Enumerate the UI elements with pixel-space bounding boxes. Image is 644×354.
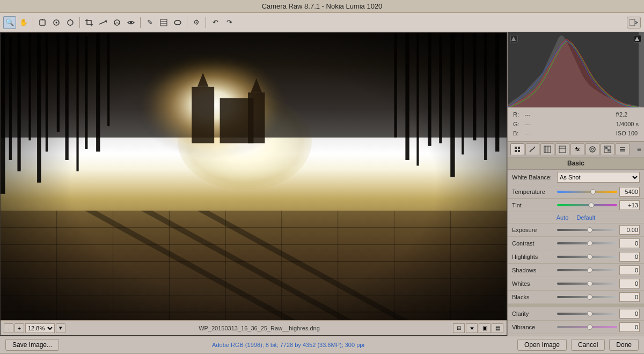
vibrance-slider-area[interactable] bbox=[557, 323, 617, 331]
exposure-thumb[interactable] bbox=[587, 227, 592, 233]
shadow-clipping-indicator[interactable] bbox=[510, 35, 518, 42]
highlights-thumb[interactable] bbox=[587, 254, 592, 259]
tab-tone-curve[interactable] bbox=[525, 143, 539, 155]
exposure-value[interactable] bbox=[619, 225, 640, 235]
blacks-row: Blacks bbox=[508, 291, 644, 304]
hand-tool[interactable]: ✋ bbox=[17, 16, 30, 29]
open-image-button[interactable]: Open Image bbox=[517, 339, 567, 351]
svg-point-3 bbox=[56, 21, 57, 23]
vibrance-thumb[interactable] bbox=[587, 324, 592, 330]
view-controls: ⊟ ★ ▣ ▤ bbox=[453, 323, 503, 333]
tint-slider-area[interactable] bbox=[557, 201, 617, 209]
tab-detail[interactable] bbox=[540, 143, 554, 155]
exposure-slider-area[interactable] bbox=[557, 226, 617, 234]
contrast-thumb[interactable] bbox=[587, 241, 592, 246]
shadows-value[interactable] bbox=[619, 265, 640, 275]
tab-camera-cal[interactable] bbox=[601, 143, 614, 155]
blacks-slider-area[interactable] bbox=[557, 293, 617, 301]
svg-rect-71 bbox=[518, 147, 520, 149]
blacks-thumb[interactable] bbox=[587, 294, 592, 300]
highlights-value[interactable] bbox=[619, 252, 640, 262]
save-image-button[interactable]: Save Image... bbox=[5, 339, 59, 351]
svg-rect-77 bbox=[559, 146, 566, 153]
temperature-value[interactable] bbox=[619, 187, 640, 197]
contrast-value[interactable] bbox=[619, 239, 640, 248]
svg-rect-73 bbox=[518, 150, 520, 152]
clarity-value[interactable] bbox=[619, 309, 640, 319]
temperature-slider-area[interactable] bbox=[557, 187, 617, 196]
highlight-clipping-indicator[interactable] bbox=[634, 35, 641, 42]
image-panel[interactable]: - + 12.8% ▾ WP_20150313_16_36_25_Raw__hi… bbox=[0, 32, 507, 336]
shadows-thumb[interactable] bbox=[587, 268, 592, 273]
graduated-filter-tool[interactable] bbox=[157, 16, 170, 29]
straighten-tool[interactable] bbox=[97, 16, 109, 29]
highlights-slider-area[interactable] bbox=[557, 252, 617, 261]
export-btn[interactable] bbox=[627, 17, 641, 28]
rate-btn[interactable]: ★ bbox=[466, 323, 478, 333]
scene-svg bbox=[1, 33, 507, 335]
vibrance-row: Vibrance bbox=[508, 321, 644, 334]
multi-view-btn[interactable]: ▤ bbox=[492, 323, 503, 333]
rotate-ccw-btn[interactable]: ↶ bbox=[209, 16, 222, 29]
wb-tool[interactable] bbox=[36, 16, 49, 29]
default-link[interactable]: Default bbox=[576, 214, 595, 221]
blacks-value[interactable] bbox=[619, 292, 640, 302]
vibrance-value[interactable] bbox=[619, 322, 640, 332]
whites-label: Whites bbox=[512, 280, 555, 287]
svg-rect-0 bbox=[40, 20, 45, 25]
cancel-button[interactable]: Cancel bbox=[571, 339, 605, 351]
adj-brush-tool[interactable]: ✎ bbox=[143, 16, 156, 29]
filter-btn[interactable]: ⊟ bbox=[453, 323, 465, 333]
exposure-label: Exposure bbox=[512, 227, 555, 233]
zoom-decrease-btn[interactable]: - bbox=[4, 323, 13, 333]
tab-hsl[interactable] bbox=[555, 143, 569, 155]
tint-thumb[interactable] bbox=[589, 203, 594, 208]
spot-removal-tool[interactable] bbox=[111, 16, 123, 29]
whites-value[interactable] bbox=[619, 279, 640, 288]
contrast-slider-area[interactable] bbox=[557, 239, 617, 248]
tab-effects[interactable]: fx bbox=[570, 143, 584, 155]
zoom-dropdown-btn[interactable]: ▾ bbox=[56, 323, 65, 333]
whites-thumb[interactable] bbox=[587, 281, 592, 286]
file-info-link[interactable]: Adobe RGB (1998); 8 bit; 7728 by 4352 (3… bbox=[63, 342, 513, 348]
zoom-increase-btn[interactable]: + bbox=[14, 323, 24, 333]
histogram-area bbox=[508, 32, 644, 107]
zoom-select[interactable]: 12.8% bbox=[25, 323, 55, 333]
clarity-slider-area[interactable] bbox=[557, 309, 617, 318]
zoom-tool[interactable]: 🔍 bbox=[3, 16, 16, 29]
shadows-row: Shadows bbox=[508, 264, 644, 277]
panel-tabs: fx ≡ bbox=[508, 142, 644, 157]
shadows-slider-area[interactable] bbox=[557, 266, 617, 274]
clarity-thumb[interactable] bbox=[587, 311, 592, 316]
radial-filter-tool[interactable] bbox=[171, 16, 184, 29]
separator-2 bbox=[79, 17, 80, 28]
color-sampler-tool[interactable] bbox=[50, 16, 63, 29]
whites-slider-area[interactable] bbox=[557, 279, 617, 288]
tint-value[interactable] bbox=[619, 200, 640, 210]
highlights-label: Highlights bbox=[512, 254, 555, 260]
highlights-row: Highlights bbox=[508, 250, 644, 264]
preferences-tool[interactable]: ⚙ bbox=[190, 16, 203, 29]
rotate-cw-btn[interactable]: ↷ bbox=[223, 16, 236, 29]
temperature-thumb[interactable] bbox=[590, 189, 596, 194]
tab-presets[interactable] bbox=[616, 143, 630, 155]
auto-link[interactable]: Auto bbox=[557, 214, 569, 221]
blacks-track bbox=[557, 296, 617, 298]
tab-basic[interactable] bbox=[510, 143, 524, 155]
single-view-btn[interactable]: ▣ bbox=[479, 323, 491, 333]
tab-lens[interactable] bbox=[586, 143, 599, 155]
highlights-track bbox=[557, 256, 617, 258]
targeted-adj-tool[interactable] bbox=[64, 16, 77, 29]
image-bottom-bar: - + 12.8% ▾ WP_20150313_16_36_25_Raw__hi… bbox=[1, 320, 507, 335]
redeye-tool[interactable] bbox=[125, 16, 137, 29]
shadows-label: Shadows bbox=[512, 267, 555, 273]
done-button[interactable]: Done bbox=[609, 339, 639, 351]
window-title: Camera Raw 8.7.1 - Nokia Lumia 1020 bbox=[262, 2, 383, 10]
vibrance-track bbox=[557, 326, 617, 328]
g-value: --- bbox=[525, 120, 611, 129]
white-balance-select[interactable]: As Shot Auto Daylight Cloudy Shade Tungs… bbox=[557, 172, 640, 183]
panel-list-icon[interactable]: ≡ bbox=[637, 145, 641, 154]
svg-rect-82 bbox=[605, 147, 608, 149]
crop-tool[interactable] bbox=[83, 16, 96, 29]
vibrance-label: Vibrance bbox=[512, 324, 555, 330]
